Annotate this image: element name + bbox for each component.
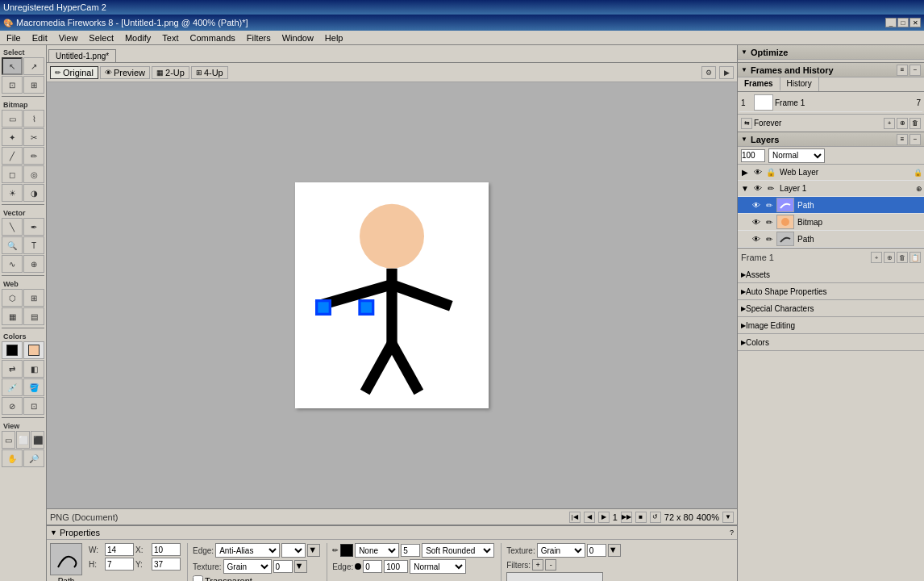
- path1-name[interactable]: Path: [796, 201, 922, 210]
- canvas-options-btn[interactable]: ⚙: [701, 66, 716, 79]
- color-options[interactable]: ⊡: [23, 397, 44, 415]
- reshape-tool[interactable]: ⊕: [23, 255, 44, 273]
- eye-icon-bitmap[interactable]: 👁: [751, 216, 762, 228]
- x-input[interactable]: [152, 543, 181, 556]
- blend-select[interactable]: Normal: [410, 559, 466, 574]
- menu-select[interactable]: Select: [84, 32, 119, 44]
- maximize-button[interactable]: □: [897, 18, 909, 27]
- y-input[interactable]: [152, 558, 181, 571]
- edit-icon-path1[interactable]: ✏: [764, 199, 775, 211]
- dup-frame-btn[interactable]: ⊕: [897, 118, 908, 129]
- nav-play[interactable]: ▶▶: [621, 512, 632, 523]
- edge2-input[interactable]: [363, 560, 382, 573]
- web-layer-name[interactable]: Web Layer: [778, 168, 912, 177]
- history-tab[interactable]: History: [780, 77, 819, 91]
- full-screen-menus[interactable]: ⬜: [16, 431, 30, 449]
- image-editing-header[interactable]: ▶ Image Editing: [738, 317, 924, 333]
- frame-new-icon[interactable]: +: [871, 252, 882, 263]
- hand-tool[interactable]: ✋: [2, 449, 23, 467]
- layer-row-path2[interactable]: 👁 ✏ Path: [738, 231, 924, 248]
- height-input[interactable]: [105, 558, 134, 571]
- eye-icon-path1[interactable]: 👁: [751, 199, 762, 211]
- menu-file[interactable]: File: [2, 32, 26, 44]
- frames-options-btn[interactable]: ≡: [897, 65, 908, 76]
- menu-text[interactable]: Text: [157, 32, 183, 44]
- texture2-num-input[interactable]: [587, 544, 606, 557]
- frames-collapse-btn[interactable]: −: [909, 65, 921, 76]
- menu-window[interactable]: Window: [277, 32, 318, 44]
- tip-size-input[interactable]: [401, 544, 420, 557]
- optimize-panel-header[interactable]: ▼ Optimize: [738, 45, 924, 60]
- paint-bucket[interactable]: 🪣: [23, 378, 44, 396]
- default-colors[interactable]: ◧: [23, 360, 44, 378]
- loop-options[interactable]: ⇆: [741, 118, 752, 129]
- frames-history-header[interactable]: ▼ Frames and History ≡ −: [738, 63, 924, 77]
- table-tool[interactable]: ▤: [23, 307, 44, 325]
- edit-icon-path2[interactable]: ✏: [764, 233, 775, 245]
- doc-tab[interactable]: Untitled-1.png*: [48, 49, 116, 62]
- add-frame-btn[interactable]: +: [884, 118, 895, 129]
- hotspot-tool[interactable]: ⬡: [2, 289, 23, 307]
- view-tab-2up[interactable]: ▦ 2-Up: [152, 66, 189, 79]
- opacity-input[interactable]: [741, 149, 765, 162]
- subselect-tool[interactable]: ↗: [23, 57, 44, 75]
- nav-stop[interactable]: ■: [635, 512, 647, 523]
- zoom-view-tool[interactable]: 🔎: [23, 449, 44, 467]
- transparent-checkbox[interactable]: [193, 575, 203, 581]
- frame-pages-icon[interactable]: 📋: [909, 252, 921, 263]
- pointer-tool[interactable]: ↖: [2, 57, 23, 75]
- assets-header[interactable]: ▶ Assets: [738, 266, 924, 282]
- minimize-button[interactable]: _: [885, 18, 897, 27]
- scale-tool[interactable]: ⊡: [2, 76, 23, 94]
- frames-tab[interactable]: Frames: [738, 77, 780, 91]
- skew-tool[interactable]: ⊞: [23, 76, 44, 94]
- layer-row-path1[interactable]: 👁 ✏ Path: [738, 197, 924, 214]
- menu-edit[interactable]: Edit: [27, 32, 52, 44]
- special-chars-header[interactable]: ▶ Special Characters: [738, 300, 924, 316]
- menu-modify[interactable]: Modify: [120, 32, 156, 44]
- auto-shape-header[interactable]: ▶ Auto Shape Properties: [738, 283, 924, 299]
- slice-tool[interactable]: ⊞: [23, 289, 44, 307]
- texture-num-input[interactable]: [273, 560, 293, 573]
- nav-loop[interactable]: ↺: [650, 512, 661, 523]
- edge-dropdown-btn[interactable]: ▼: [307, 544, 320, 557]
- edge-amount[interactable]: [281, 543, 306, 558]
- bitmap-name[interactable]: Bitmap: [796, 218, 922, 227]
- edge-select[interactable]: Anti-Alias: [215, 543, 280, 558]
- eye-icon-layer1[interactable]: 👁: [752, 183, 764, 194]
- layer1-options[interactable]: ⊕: [916, 185, 922, 193]
- blur-tool[interactable]: ◎: [23, 165, 44, 183]
- menu-filters[interactable]: Filters: [242, 32, 276, 44]
- brush-tool[interactable]: ╱: [2, 147, 23, 165]
- marquee-tool[interactable]: ▭: [2, 110, 23, 127]
- stroke-color-box[interactable]: [340, 544, 353, 557]
- close-button[interactable]: ✕: [909, 18, 921, 27]
- layers-options-btn[interactable]: ≡: [897, 134, 908, 145]
- frame-delay-1[interactable]: 7: [905, 98, 921, 107]
- zoom-dropdown[interactable]: ▼: [722, 512, 734, 523]
- remove-filter-btn[interactable]: -: [545, 559, 556, 571]
- eraser-tool[interactable]: ◻: [2, 165, 23, 183]
- text-tool[interactable]: T: [23, 236, 44, 254]
- texture-select[interactable]: Grain: [223, 559, 272, 574]
- preview-btn[interactable]: ▶: [719, 66, 734, 79]
- frame-copy-icon[interactable]: ⊕: [884, 252, 895, 263]
- path2-name[interactable]: Path: [796, 235, 922, 244]
- eyedropper[interactable]: 💉: [2, 378, 23, 396]
- frame-del-icon[interactable]: 🗑: [897, 252, 908, 263]
- dodge-tool[interactable]: ☀: [2, 184, 23, 202]
- magic-wand-tool[interactable]: ✦: [2, 128, 23, 146]
- layer-expand-icon[interactable]: ▶: [739, 167, 751, 178]
- stroke-style-select[interactable]: Soft Rounded: [422, 543, 494, 558]
- colors-header[interactable]: ▶ Colors: [738, 334, 924, 350]
- stroke-color[interactable]: [2, 341, 23, 359]
- view-tab-4up[interactable]: ⊞ 4-Up: [191, 66, 228, 79]
- swap-colors[interactable]: ⇄: [2, 360, 23, 378]
- line-tool[interactable]: ╲: [2, 218, 23, 236]
- edit-icon-layer1[interactable]: ✏: [765, 183, 776, 194]
- pencil-tool[interactable]: ✏: [23, 147, 44, 165]
- view-tab-original[interactable]: ✏ Original: [50, 66, 98, 79]
- layers-header[interactable]: ▼ Layers ≡ −: [738, 132, 924, 147]
- standard-screen[interactable]: ▭: [2, 431, 15, 449]
- frame-name-1[interactable]: Frame 1: [775, 98, 903, 107]
